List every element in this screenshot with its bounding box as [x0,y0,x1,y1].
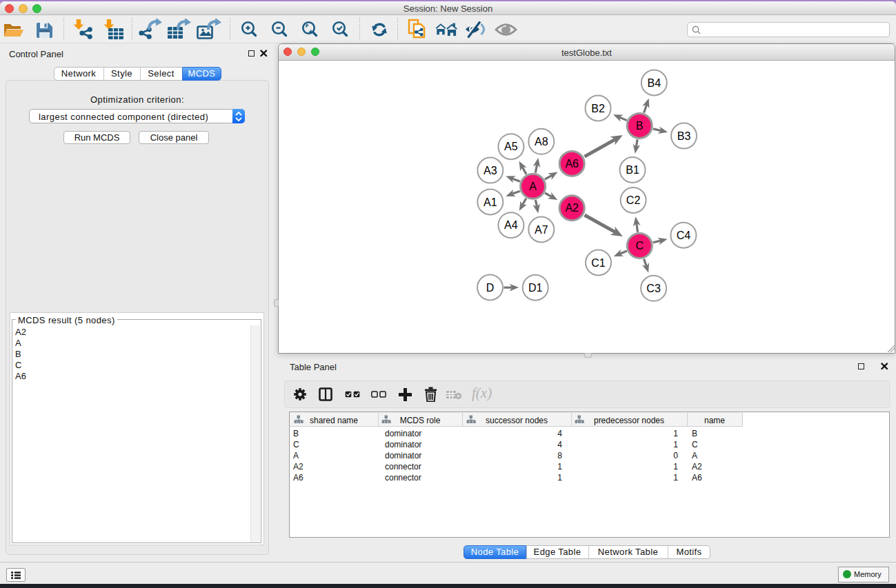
svg-text:C4: C4 [677,230,691,241]
svg-text:A4: A4 [504,219,518,231]
svg-text:D: D [486,282,495,294]
svg-text:A7: A7 [535,224,548,236]
svg-text:A5: A5 [504,141,518,152]
svg-text:C3: C3 [646,283,661,294]
svg-text:B1: B1 [626,164,639,176]
svg-text:D1: D1 [528,282,543,294]
svg-text:C1: C1 [591,257,606,269]
svg-text:A: A [529,181,537,192]
svg-text:B4: B4 [648,77,661,89]
svg-text:A6: A6 [565,158,579,170]
svg-text:C: C [636,240,644,252]
svg-text:A8: A8 [535,136,548,148]
svg-text:A2: A2 [565,202,579,214]
svg-text:B: B [636,120,644,132]
svg-text:A1: A1 [484,196,497,208]
svg-text:A3: A3 [484,165,497,176]
svg-text:C2: C2 [626,194,641,206]
svg-text:B2: B2 [591,103,605,114]
svg-text:B3: B3 [677,130,691,142]
